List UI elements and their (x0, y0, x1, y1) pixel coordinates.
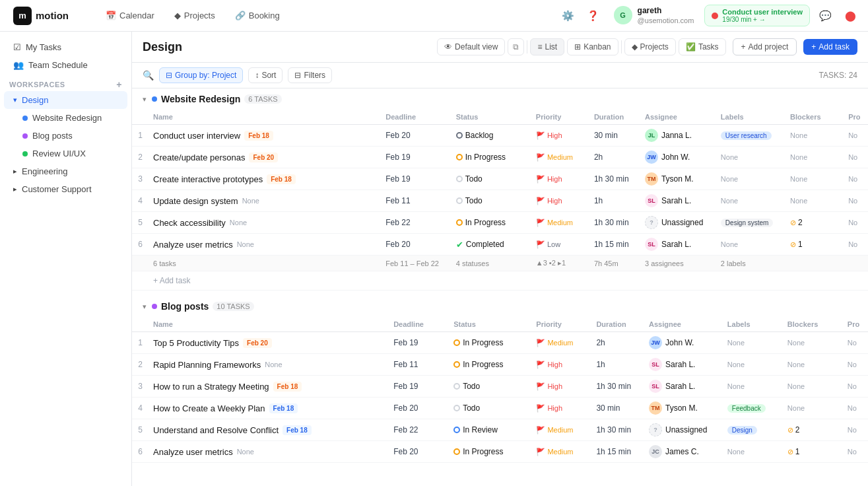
call-banner[interactable]: Conduct user interview 19/30 min + → (704, 5, 810, 26)
task-assignee[interactable]: SL Sarah L. (644, 376, 722, 398)
default-view-btn[interactable]: 👁 Default view (437, 38, 505, 55)
task-status[interactable]: Todo (448, 398, 531, 419)
tab-booking[interactable]: 🔗 Booking (226, 7, 289, 24)
task-priority[interactable]: 🚩 High (531, 398, 591, 419)
chat-icon[interactable]: 💬 (815, 6, 835, 26)
add-workspace-icon[interactable]: + (116, 79, 122, 90)
table-row[interactable]: 3 Create interactive prototypes Feb 18 F… (132, 168, 868, 190)
task-name: How to run a Strategy Meeting (153, 382, 269, 392)
task-assignee[interactable]: ? Unassigned (644, 419, 722, 441)
sidebar-item-review-ui-ux[interactable]: Review UI/UX (4, 145, 127, 162)
task-name-cell[interactable]: Understand and Resolve Conflict Feb 18 (148, 419, 388, 441)
task-status[interactable]: Todo (448, 376, 531, 398)
sidebar-item-website-redesign[interactable]: Website Redesign (4, 109, 127, 127)
table-row[interactable]: 6 Analyze user metrics None Feb 20 In Pr… (132, 441, 868, 463)
stop-icon[interactable]: ⬤ (840, 6, 860, 26)
task-assignee[interactable]: JW John W. (644, 332, 722, 354)
tab-projects[interactable]: ◆ Projects (165, 7, 224, 24)
task-status[interactable]: In Progress (451, 147, 531, 168)
table-row[interactable]: 1 Conduct user interview Feb 18 Feb 20 B… (132, 125, 868, 147)
task-priority[interactable]: 🚩 Medium (531, 419, 591, 441)
task-assignee[interactable]: SL Sarah L. (640, 234, 716, 256)
task-name-cell[interactable]: Create/update personas Feb 20 (148, 147, 380, 168)
task-name-cell[interactable]: Top 5 Productivity Tips Feb 20 (148, 332, 388, 354)
settings-icon[interactable]: ⚙️ (558, 6, 578, 26)
collapse-icon[interactable]: ▾ (143, 95, 147, 104)
task-status[interactable]: Todo (451, 190, 531, 212)
task-assignee[interactable]: JL Janna L. (640, 125, 716, 147)
task-assignee[interactable]: TM Tyson M. (640, 168, 716, 190)
kanban-view-btn[interactable]: ⊞ Kanban (567, 38, 618, 55)
task-status[interactable]: ✔ Completed (451, 234, 531, 256)
task-status[interactable]: In Progress (448, 354, 531, 376)
sidebar-item-my-tasks[interactable]: ☑ My Tasks (4, 38, 127, 56)
tab-calendar[interactable]: 📅 Calendar (96, 7, 164, 24)
copy-view-btn[interactable]: ⧉ (508, 38, 524, 55)
task-priority[interactable]: 🚩 High (531, 354, 591, 376)
row-number: 4 (132, 190, 148, 212)
table-row[interactable]: 2 Rapid Planning Frameworks None Feb 11 … (132, 354, 868, 376)
sidebar-item-customer-support[interactable]: ▸ Customer Support (4, 180, 127, 198)
sidebar-item-engineering[interactable]: ▸ Engineering (4, 162, 127, 180)
task-priority[interactable]: 🚩 Medium (531, 441, 591, 463)
brand[interactable]: m motion (8, 7, 94, 25)
task-status[interactable]: In Progress (448, 332, 531, 354)
task-status[interactable]: In Progress (448, 441, 531, 463)
table-row[interactable]: 4 How to Create a Weekly Plan Feb 18 Feb… (132, 398, 868, 419)
sort-button[interactable]: ↕ Sort (248, 67, 283, 83)
task-assignee[interactable]: ? Unassigned (640, 212, 716, 234)
table-row[interactable]: 4 Update design system None Feb 11 Todo … (132, 190, 868, 212)
task-assignee[interactable]: SL Sarah L. (640, 190, 716, 212)
sidebar-item-blog-posts[interactable]: Blog posts (4, 127, 127, 145)
task-priority[interactable]: 🚩 Low (531, 234, 589, 256)
task-name-cell[interactable]: How to Create a Weekly Plan Feb 18 (148, 398, 388, 419)
project-header-website-redesign[interactable]: ▾ Website Redesign 6 TASKS (132, 88, 868, 110)
task-priority[interactable]: 🚩 High (531, 125, 589, 147)
table-row[interactable]: 5 Understand and Resolve Conflict Feb 18… (132, 419, 868, 441)
projects-view-btn[interactable]: ◆ Projects (624, 38, 676, 55)
task-priority[interactable]: 🚩 Medium (531, 212, 589, 234)
task-name-cell[interactable]: Check accessibility None (148, 212, 380, 234)
tasks-view-btn[interactable]: ✅ Tasks (679, 38, 726, 55)
task-assignee[interactable]: JW John W. (640, 147, 716, 168)
table-row[interactable]: 2 Create/update personas Feb 20 Feb 19 I… (132, 147, 868, 168)
task-priority[interactable]: 🚩 High (531, 168, 589, 190)
blockers-none: None (790, 175, 807, 183)
help-icon[interactable]: ❓ (584, 6, 603, 26)
search-icon[interactable]: 🔍 (143, 70, 154, 81)
sidebar-item-team-schedule[interactable]: 👥 Team Schedule (4, 56, 127, 74)
task-name-cell[interactable]: Create interactive prototypes Feb 18 (148, 168, 380, 190)
table-row[interactable]: 1 Top 5 Productivity Tips Feb 20 Feb 19 … (132, 332, 868, 354)
table-row[interactable]: 5 Check accessibility None Feb 22 In Pro… (132, 212, 868, 234)
task-name-cell[interactable]: Conduct user interview Feb 18 (148, 125, 380, 147)
task-priority[interactable]: 🚩 Medium (531, 332, 591, 354)
collapse-icon-2[interactable]: ▾ (143, 302, 147, 311)
task-status[interactable]: Todo (451, 168, 531, 190)
add-task-row[interactable]: + Add task (132, 271, 868, 291)
list-view-btn[interactable]: ≡ List (530, 38, 564, 55)
task-priority[interactable]: 🚩 Medium (531, 147, 589, 168)
task-priority[interactable]: 🚩 High (531, 376, 591, 398)
task-assignee[interactable]: JC James C. (644, 441, 722, 463)
task-assignee[interactable]: SL Sarah L. (644, 354, 722, 376)
add-project-button[interactable]: + Add project (733, 38, 797, 55)
task-name-cell[interactable]: Rapid Planning Frameworks None (148, 354, 388, 376)
group-by-button[interactable]: ⊟ Group by: Project (159, 67, 243, 83)
task-name-cell[interactable]: Analyze user metrics None (148, 441, 388, 463)
table-row[interactable]: 6 Analyze user metrics None Feb 20 ✔ Com… (132, 234, 868, 256)
nav-tabs: 📅 Calendar ◆ Projects 🔗 Booking (96, 7, 289, 24)
task-status[interactable]: In Progress (451, 212, 531, 234)
sidebar-item-design[interactable]: ▾ Design (4, 91, 127, 109)
task-name-cell[interactable]: How to run a Strategy Meeting Feb 18 (148, 376, 388, 398)
task-name-cell[interactable]: Analyze user metrics None (148, 234, 380, 256)
add-task-button[interactable]: + Add task (803, 39, 857, 55)
task-duration: 1h 30 min (591, 419, 644, 441)
task-status[interactable]: In Review (448, 419, 531, 441)
filters-button[interactable]: ⊟ Filters (288, 67, 332, 83)
task-assignee[interactable]: TM Tyson M. (644, 398, 722, 419)
table-row[interactable]: 3 How to run a Strategy Meeting Feb 18 F… (132, 376, 868, 398)
task-status[interactable]: Backlog (451, 125, 531, 147)
project-header-blog-posts[interactable]: ▾ Blog posts 10 TASKS (132, 296, 868, 317)
task-name-cell[interactable]: Update design system None (148, 190, 380, 212)
task-priority[interactable]: 🚩 High (531, 190, 589, 212)
